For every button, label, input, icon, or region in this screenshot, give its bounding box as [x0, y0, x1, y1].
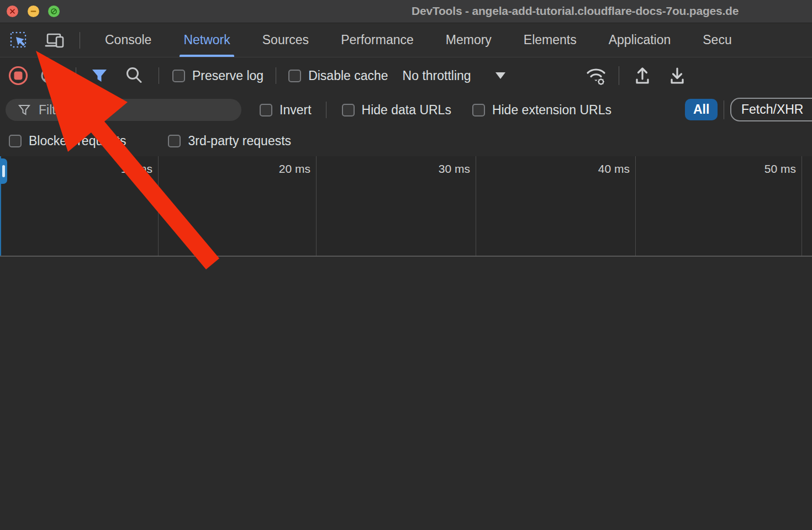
tab-elements[interactable]: Elements: [508, 23, 593, 57]
toolbar-divider: [159, 67, 159, 84]
zoom-icon: [50, 8, 57, 15]
inspect-icon: [9, 30, 29, 50]
disable-cache-label: Disable cache: [308, 68, 388, 83]
waterfall-drag-handle[interactable]: [0, 158, 7, 184]
network-overview-timeline: 10 ms 20 ms 30 ms 40 ms 50 ms: [0, 156, 812, 257]
more-filters-row: Blocked requests 3rd-party requests: [0, 126, 812, 156]
tab-performance[interactable]: Performance: [325, 23, 430, 57]
search-icon: [124, 66, 144, 86]
throttling-value: No throttling: [403, 68, 471, 83]
disable-cache-group: Disable cache: [288, 68, 388, 83]
hide-data-urls-group: Hide data URLs: [342, 103, 451, 118]
network-conditions-button[interactable]: [584, 57, 608, 94]
filter-funnel-icon: [90, 66, 109, 85]
record-network-log-button[interactable]: [8, 66, 28, 86]
tab-memory[interactable]: Memory: [430, 23, 508, 57]
timeline-column: 30 ms: [317, 156, 476, 256]
preserve-log-group: Preserve log: [172, 68, 263, 83]
hide-extension-urls-group: Hide extension URLs: [472, 103, 611, 118]
toolbar-divider: [276, 67, 276, 84]
timeline-marker: 30 ms: [439, 162, 470, 176]
throttling-select[interactable]: No throttling: [403, 68, 505, 83]
upload-icon: [633, 66, 652, 86]
hide-extension-urls-checkbox[interactable]: [472, 104, 485, 116]
minimize-button[interactable]: [28, 6, 39, 17]
window-titlebar: DevTools - angela-add-tutorial.cloudflar…: [0, 0, 812, 23]
wifi-gear-icon: [584, 65, 608, 87]
invert-checkbox[interactable]: [260, 104, 272, 116]
timeline-column: 20 ms: [159, 156, 317, 256]
import-har-button[interactable]: [633, 57, 652, 94]
filter-row-divider: [326, 102, 326, 118]
tab-application[interactable]: Application: [593, 23, 687, 57]
filter-toggle-button[interactable]: [89, 66, 109, 86]
requests-table-empty-area: Recordi Perform a request: [0, 257, 812, 530]
tab-security[interactable]: Secu: [687, 23, 747, 57]
invert-label: Invert: [280, 103, 312, 118]
clear-icon: [40, 67, 57, 84]
timeline-marker: 50 ms: [764, 162, 796, 176]
tab-network[interactable]: Network: [167, 23, 246, 57]
download-icon: [668, 66, 687, 86]
chevron-down-icon: [495, 72, 505, 79]
preserve-log-checkbox[interactable]: [172, 70, 185, 82]
blocked-requests-label: Blocked requests: [29, 134, 126, 149]
export-har-button[interactable]: [668, 57, 687, 94]
hide-extension-urls-label: Hide extension URLs: [492, 103, 611, 118]
toggle-device-toolbar-button[interactable]: [44, 30, 66, 51]
disable-cache-checkbox[interactable]: [288, 70, 301, 82]
timeline-column: 10 ms: [0, 156, 159, 256]
funnel-outline-icon: [18, 103, 31, 116]
hide-data-urls-checkbox[interactable]: [342, 104, 355, 116]
preserve-log-label: Preserve log: [192, 68, 263, 83]
timeline-marker: 40 ms: [598, 162, 630, 176]
devtools-tabbar: Console Network Sources Performance Memo…: [0, 23, 812, 57]
toolbar-divider: [619, 57, 619, 94]
hide-data-urls-label: Hide data URLs: [362, 103, 451, 118]
filter-row-divider: [724, 100, 724, 119]
clear-network-log-button[interactable]: [40, 67, 57, 84]
window-title: DevTools - angela-add-tutorial.cloudflar…: [412, 4, 739, 18]
inspect-element-button[interactable]: [8, 30, 29, 51]
tab-console[interactable]: Console: [89, 23, 167, 57]
toolbar-divider: [76, 67, 76, 84]
request-type-filter-all[interactable]: All: [685, 99, 718, 120]
record-stop-icon: [8, 66, 28, 86]
tabbar-divider: [80, 32, 80, 49]
third-party-requests-checkbox[interactable]: [168, 135, 181, 147]
panel-tabs: Console Network Sources Performance Memo…: [89, 23, 748, 57]
blocked-requests-checkbox[interactable]: [9, 135, 22, 147]
device-toolbar-icon: [45, 30, 66, 50]
invert-filter-group: Invert: [260, 103, 312, 118]
network-filter-row: Invert Hide data URLs Hide extension URL…: [0, 94, 812, 126]
network-toolbar: Preserve log Disable cache No throttling: [0, 57, 812, 94]
filter-input-container: [6, 99, 241, 121]
search-network-button[interactable]: [124, 66, 144, 86]
blocked-requests-group: Blocked requests: [9, 134, 126, 149]
close-button[interactable]: [7, 6, 18, 17]
close-icon: [9, 8, 15, 14]
request-type-filter-fetch-xhr[interactable]: Fetch/XHR: [730, 98, 812, 121]
third-party-requests-group: 3rd-party requests: [168, 134, 291, 149]
minimize-icon: [30, 8, 36, 14]
zoom-button[interactable]: [48, 6, 60, 17]
timeline-column: 40 ms: [476, 156, 636, 256]
timeline-marker: 10 ms: [121, 162, 152, 176]
timeline-marker: 20 ms: [279, 162, 310, 176]
filter-input[interactable]: [39, 103, 221, 118]
timeline-column: 50 ms: [636, 156, 802, 256]
third-party-requests-label: 3rd-party requests: [188, 134, 291, 149]
tab-sources[interactable]: Sources: [246, 23, 325, 57]
